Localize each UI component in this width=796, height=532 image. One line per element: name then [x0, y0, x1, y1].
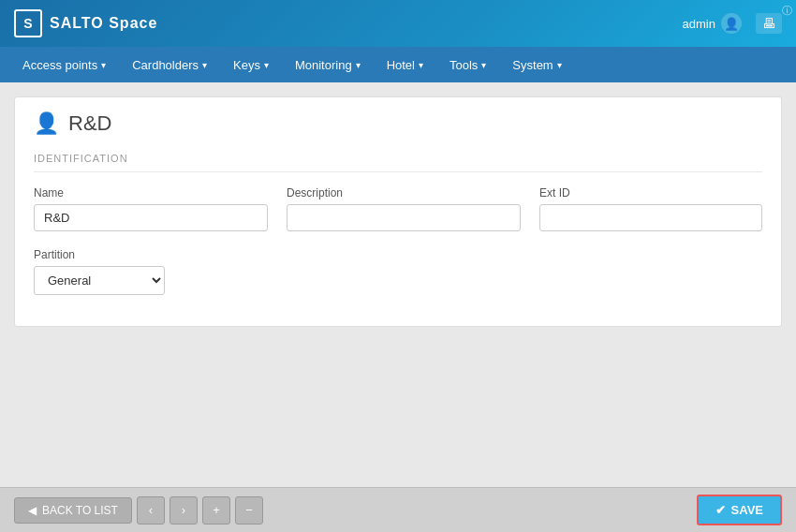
nav-item-access-points[interactable]: Access points ▾ [9, 51, 119, 80]
main-nav: Access points ▾ Cardholders ▾ Keys ▾ Mon… [0, 47, 796, 82]
desc-group: Description [287, 186, 521, 231]
name-label: Name [34, 186, 268, 200]
form-row-1: Name Description Ext ID [34, 186, 762, 231]
logo-area: S SALTO Space [14, 9, 157, 37]
entity-icon: 👤 [34, 111, 59, 136]
chevron-down-icon: ▾ [202, 60, 207, 70]
add-button[interactable]: + [202, 496, 230, 525]
header: S SALTO Space admin 👤 🖶 ⓘ [0, 0, 796, 47]
page-title-area: 👤 R&D [34, 111, 762, 136]
info-icon[interactable]: ⓘ [782, 4, 792, 18]
monitor-icon[interactable]: 🖶 [756, 13, 782, 34]
chevron-down-icon: ▾ [481, 60, 486, 70]
save-button[interactable]: ✔ SAVE [697, 495, 782, 525]
nav-item-keys[interactable]: Keys ▾ [220, 51, 282, 80]
nav-item-hotel[interactable]: Hotel ▾ [374, 51, 436, 80]
extid-label: Ext ID [539, 186, 762, 200]
partition-label: Partition [34, 248, 165, 261]
partition-select[interactable]: General [34, 266, 165, 295]
prev-button[interactable]: ‹ [137, 496, 165, 525]
arrow-left-icon: ◀ [28, 504, 37, 517]
content-card: 👤 R&D IDENTIFICATION Name Description Ex… [14, 96, 782, 327]
logo-text: SALTO Space [50, 15, 157, 32]
name-group: Name [34, 186, 268, 231]
nav-item-tools[interactable]: Tools ▾ [436, 51, 499, 80]
chevron-down-icon: ▾ [419, 60, 423, 70]
footer-bar: ◀ BACK TO LIST ‹ › + − ✔ SAVE [0, 487, 796, 532]
user-icon: 👤 [721, 13, 742, 34]
extid-input[interactable] [539, 204, 762, 231]
remove-button[interactable]: − [235, 496, 263, 525]
nav-item-cardholders[interactable]: Cardholders ▾ [119, 51, 220, 80]
minus-icon: − [245, 503, 253, 517]
footer-right: ✔ SAVE [697, 495, 782, 525]
footer-left: ◀ BACK TO LIST ‹ › + − [14, 496, 263, 525]
extid-group: Ext ID [539, 186, 762, 231]
check-icon: ✔ [715, 503, 726, 517]
nav-item-system[interactable]: System ▾ [499, 51, 574, 80]
name-input[interactable] [34, 204, 268, 231]
partition-group: Partition General [34, 248, 165, 295]
plus-icon: + [213, 503, 220, 517]
form-row-2: Partition General [34, 248, 762, 295]
admin-area[interactable]: admin 👤 [683, 13, 742, 34]
section-header: IDENTIFICATION [34, 153, 762, 172]
chevron-right-icon: › [182, 503, 185, 517]
back-to-list-button[interactable]: ◀ BACK TO LIST [14, 497, 132, 524]
desc-input[interactable] [287, 204, 521, 231]
nav-item-monitoring[interactable]: Monitoring ▾ [282, 51, 374, 80]
logo-box: S [14, 9, 42, 37]
chevron-down-icon: ▾ [101, 60, 106, 70]
chevron-left-icon: ‹ [149, 503, 153, 517]
logo-letter: S [23, 16, 32, 31]
chevron-down-icon: ▾ [264, 60, 269, 70]
desc-label: Description [287, 186, 521, 200]
identification-section: IDENTIFICATION Name Description Ext ID P… [34, 153, 762, 295]
chevron-down-icon: ▾ [557, 60, 562, 70]
admin-label: admin [683, 17, 715, 31]
chevron-down-icon: ▾ [356, 60, 361, 70]
header-right: admin 👤 🖶 [683, 13, 782, 34]
main-content: 👤 R&D IDENTIFICATION Name Description Ex… [0, 82, 796, 487]
next-button[interactable]: › [170, 496, 198, 525]
page-title: R&D [68, 111, 111, 136]
